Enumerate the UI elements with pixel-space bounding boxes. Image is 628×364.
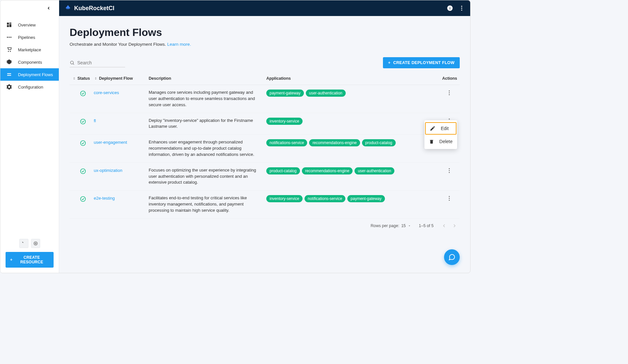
app-chip[interactable]: payment-gateway [266, 90, 304, 97]
flow-name-link[interactable]: ux-optimization [94, 167, 149, 173]
col-actions: Actions [438, 76, 457, 81]
create-deployment-flow-button[interactable]: + CREATE DEPLOYMENT FLOW [383, 57, 460, 68]
svg-point-35 [449, 196, 450, 197]
chat-fab[interactable] [444, 249, 460, 265]
svg-point-19 [449, 91, 450, 91]
menu-delete[interactable]: Delete [424, 135, 457, 148]
create-df-label: CREATE DEPLOYMENT FLOW [393, 60, 454, 65]
svg-point-20 [449, 92, 450, 93]
flow-name-link[interactable]: core-services [94, 90, 149, 95]
svg-point-16 [71, 61, 74, 64]
more-vert-icon[interactable] [458, 5, 465, 11]
svg-rect-7 [9, 24, 11, 27]
more-vert-icon[interactable] [446, 90, 453, 96]
trash-icon [429, 139, 434, 144]
actions-cell [438, 195, 457, 202]
description-cell: Manages core services including payment … [149, 90, 266, 108]
flow-name-link[interactable]: fl [94, 118, 149, 123]
table-row: fl Deploy "inventory-service" applicatio… [70, 113, 460, 135]
svg-point-32 [449, 170, 450, 171]
more-vert-icon[interactable] [446, 167, 453, 174]
app-chip[interactable]: user-authentication [306, 90, 346, 97]
status-cell [72, 90, 94, 97]
actions-cell [438, 90, 457, 96]
sidebar-item-configuration[interactable]: Configuration [0, 81, 59, 93]
table-row: ux-optimization Focuses on optimizing th… [70, 163, 460, 191]
search-icon [70, 60, 75, 66]
check-circle-icon [80, 90, 86, 97]
app-chip[interactable]: notifications-service [266, 139, 307, 146]
sidebar-item-label: Deployment Flows [18, 72, 53, 77]
sidebar-item-components[interactable]: Components [0, 56, 59, 68]
create-resource-label: CREATE RESOURCE [14, 255, 49, 264]
next-page-icon[interactable] [452, 223, 457, 228]
sidebar-item-label: Configuration [18, 85, 43, 90]
plus-icon: + [388, 60, 391, 65]
sidebar-item-label: Overview [18, 23, 36, 27]
check-circle-icon [80, 196, 86, 202]
layers-icon [6, 59, 12, 65]
sidebar-header [0, 0, 59, 16]
app-chip[interactable]: user-authentication [355, 167, 394, 174]
app-chip[interactable]: recommendations-engine [302, 167, 353, 174]
prev-page-icon[interactable] [441, 223, 447, 228]
table-row: e2e-testing Facilitates end-to-end testi… [70, 190, 460, 219]
svg-point-31 [449, 168, 450, 169]
sidebar-item-deployment-flows[interactable]: Deployment Flows [0, 68, 59, 81]
tool-icon-2[interactable] [31, 239, 40, 248]
svg-point-18 [81, 91, 86, 96]
app-chip[interactable]: recommendations-engine [309, 139, 360, 146]
svg-point-36 [449, 198, 450, 199]
app-chip[interactable]: inventory-service [266, 195, 303, 202]
svg-rect-5 [7, 23, 9, 25]
description-cell: Enhances user engagement through persona… [149, 139, 266, 158]
col-applications: Applications [266, 76, 438, 81]
sidebar-item-overview[interactable]: Overview [0, 19, 59, 31]
apps-cell: inventory-servicenotifications-servicepa… [266, 195, 438, 202]
menu-edit[interactable]: Edit [425, 122, 456, 135]
app-chip[interactable]: notifications-service [305, 195, 345, 202]
svg-point-21 [449, 94, 450, 95]
app-chip[interactable]: payment-gateway [347, 195, 385, 202]
app-logo[interactable]: KubeRocketCI [64, 5, 114, 12]
rows-per-page[interactable]: Rows per page: 15 [371, 223, 411, 228]
svg-point-2 [461, 6, 462, 7]
create-resource-button[interactable]: + CREATE RESOURCE [6, 252, 54, 268]
search-input[interactable] [77, 60, 125, 65]
page-subtitle: Orchestrate and Monitor Your Deployment … [70, 42, 460, 47]
svg-rect-13 [7, 75, 11, 76]
col-flow[interactable]: Deployment Flow [94, 76, 149, 81]
app-chip[interactable]: inventory-service [266, 118, 303, 125]
row-context-menu: Edit Delete [424, 120, 457, 149]
status-cell [72, 195, 94, 202]
apps-cell: payment-gatewayuser-authentication [266, 90, 438, 97]
table-header: Status Deployment Flow Description Appli… [70, 72, 460, 85]
more-vert-icon[interactable] [446, 195, 453, 202]
svg-rect-9 [7, 37, 8, 38]
flow-name-link[interactable]: user-engagement [94, 139, 149, 145]
learn-more-link[interactable]: Learn more. [167, 42, 191, 47]
check-circle-icon [80, 168, 86, 174]
app-chip[interactable]: product-catalog [362, 139, 396, 146]
svg-point-26 [81, 141, 86, 146]
svg-rect-8 [7, 25, 9, 27]
sidebar-item-label: Components [18, 60, 42, 65]
app-chip[interactable]: product-catalog [266, 167, 300, 174]
svg-text:i: i [449, 6, 450, 10]
sidebar-item-pipelines[interactable]: Pipelines [0, 31, 59, 43]
table-footer: Rows per page: 15 1–5 of 5 [70, 219, 460, 233]
svg-line-17 [73, 63, 74, 64]
svg-rect-12 [7, 73, 11, 74]
sort-icon [94, 76, 98, 80]
sidebar-item-marketplace[interactable]: Marketplace [0, 43, 59, 56]
sort-icon [72, 76, 76, 80]
chevron-left-icon[interactable] [46, 6, 51, 10]
flow-name-link[interactable]: e2e-testing [94, 195, 149, 201]
sidebar-item-label: Marketplace [18, 47, 41, 52]
col-status[interactable]: Status [72, 76, 94, 81]
tool-icon-1[interactable] [19, 239, 28, 248]
info-icon[interactable]: i [447, 5, 453, 11]
nav: Overview Pipelines Marketplace Component… [0, 16, 59, 93]
topbar: KubeRocketCI i [59, 0, 470, 16]
pipelines-icon [6, 34, 12, 40]
